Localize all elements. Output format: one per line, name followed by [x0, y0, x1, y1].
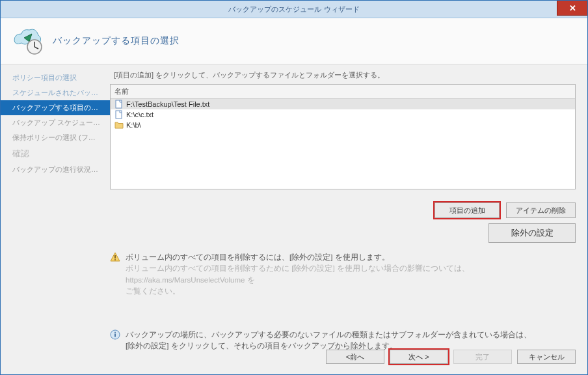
wizard-window: バックアップのスケジュール ウィザード ✕ バックアップする項目の選択 ポリシー…	[0, 0, 588, 375]
wizard-heading: バックアップする項目の選択	[53, 35, 180, 47]
warning-icon	[110, 252, 120, 262]
svg-rect-8	[114, 334, 116, 337]
file-icon	[114, 110, 124, 119]
step-select-items[interactable]: バックアップする項目の選択	[1, 100, 110, 115]
title-bar: バックアップのスケジュール ウィザード ✕	[1, 1, 587, 18]
folder-icon	[114, 120, 124, 130]
step-scheduled-backup[interactable]: スケジュールされたバックアップの…	[1, 85, 110, 100]
list-item[interactable]: F:\TestBackup\Test File.txt	[111, 99, 575, 109]
cancel-button[interactable]: キャンセル	[517, 350, 576, 364]
svg-rect-6	[114, 259, 116, 260]
finish-button: 完了	[453, 350, 512, 364]
svg-rect-9	[114, 332, 116, 333]
item-buttons-row: 項目の追加 アイテムの削除	[110, 189, 576, 218]
exclude-row: 除外の設定	[110, 218, 576, 243]
step-select-schedule[interactable]: バックアップ スケジュールの選択…	[1, 115, 110, 130]
close-button[interactable]: ✕	[557, 1, 587, 16]
list-item-path: K:\b\	[126, 121, 141, 129]
window-title: バックアップのスケジュール ウィザード	[228, 5, 359, 14]
list-header-name: 名前	[111, 85, 575, 99]
instruction-text: [項目の追加] をクリックして、バックアップするファイルとフォルダーを選択する。	[114, 70, 576, 80]
add-items-button[interactable]: 項目の追加	[434, 202, 500, 218]
step-confirm[interactable]: 確認	[1, 145, 110, 162]
close-icon: ✕	[569, 3, 576, 13]
wizard-nav-bar: <前へ 次へ > 完了 キャンセル	[326, 350, 576, 364]
next-button[interactable]: 次へ >	[390, 350, 448, 364]
list-item[interactable]: K:\c\c.txt	[111, 109, 575, 120]
list-item-path: F:\TestBackup\Test File.txt	[126, 100, 209, 108]
step-policy-items[interactable]: ポリシー項目の選択	[1, 70, 110, 85]
wizard-main-panel: [項目の追加] をクリックして、バックアップするファイルとフォルダーを選択する。…	[110, 64, 587, 374]
wizard-body: ポリシー項目の選択 スケジュールされたバックアップの… バックアップする項目の選…	[1, 64, 587, 374]
back-button[interactable]: <前へ	[326, 350, 384, 364]
file-icon	[114, 100, 124, 109]
wizard-steps-sidebar: ポリシー項目の選択 スケジュールされたバックアップの… バックアップする項目の選…	[1, 64, 110, 374]
svg-rect-4	[116, 111, 122, 118]
backup-items-list[interactable]: 名前 F:\TestBackup\Test File.txt K:\c\c.tx…	[110, 84, 576, 189]
svg-rect-5	[114, 255, 116, 258]
exclusion-settings-button[interactable]: 除外の設定	[488, 223, 576, 243]
warning-text: ボリューム内のすべての項目を削除するには、[除外の設定] を使用します。 ボリュ…	[126, 252, 570, 297]
info-text: バックアップの場所に、バックアップする必要のないファイルの種類またはサブフォルダ…	[126, 329, 531, 352]
step-retention-policy[interactable]: 保持ポリシーの選択 (フ…	[1, 130, 110, 145]
warning-note: ボリューム内のすべての項目を削除するには、[除外の設定] を使用します。 ボリュ…	[110, 252, 576, 297]
backup-schedule-icon	[12, 26, 42, 56]
info-icon	[110, 329, 120, 340]
svg-rect-3	[116, 100, 122, 108]
wizard-header: バックアップする項目の選択	[1, 18, 587, 64]
info-note: バックアップの場所に、バックアップする必要のないファイルの種類またはサブフォルダ…	[110, 329, 576, 352]
remove-items-button[interactable]: アイテムの削除	[506, 202, 576, 218]
list-item-path: K:\c\c.txt	[126, 111, 154, 118]
step-progress-change[interactable]: バックアップの進行状況の変更	[1, 162, 110, 177]
list-item[interactable]: K:\b\	[111, 120, 575, 130]
